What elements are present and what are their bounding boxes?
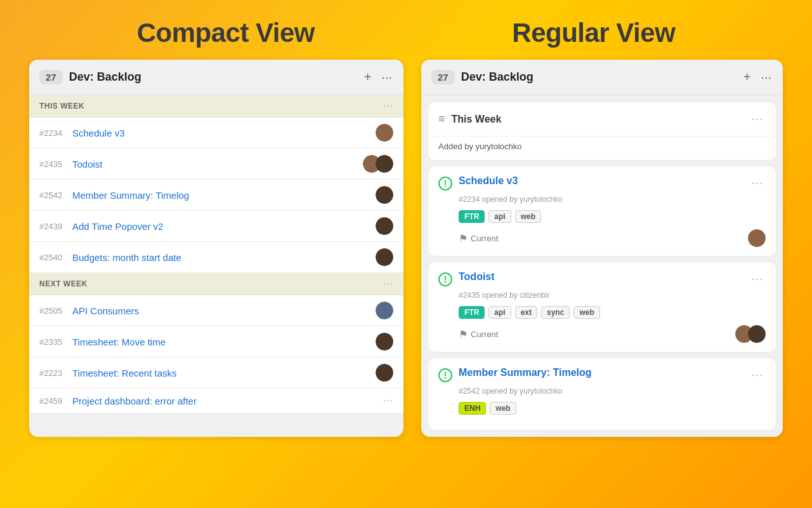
issue-2234-header: ! Schedule v3 ··· — [438, 175, 766, 191]
issue-2435-tags: FTR api ext sync web — [438, 306, 766, 319]
added-by-user: yurytolochko — [476, 142, 522, 151]
issue-2542-header: ! Member Summary: Timelog ··· — [438, 367, 766, 383]
regular-section-this-week-header: ≡ This Week ··· — [428, 102, 776, 137]
avatar-2335 — [376, 333, 393, 351]
milestone-icon-2435: ⚑ — [459, 328, 468, 340]
regular-panel-header: 27 Dev: Backlog + ··· — [421, 60, 783, 95]
issue-2542-meta: #2542 opened by yurytolochko — [438, 387, 766, 396]
compact-row-2459[interactable]: #2459 Project dashboard: error after ··· — [29, 389, 403, 413]
compact-section-this-week: THIS WEEK ··· — [29, 95, 403, 117]
issue-number-2540: #2540 — [39, 253, 66, 262]
tag-ftr: FTR — [459, 210, 485, 223]
regular-issue-2234: ! Schedule v3 ··· #2234 opened by yuryto… — [428, 166, 776, 257]
compact-row-2234[interactable]: #2234 Schedule v3 — [29, 117, 403, 149]
issue-number-2459: #2459 — [39, 396, 66, 406]
compact-row-2439[interactable]: #2439 Add Time Popover v2 — [29, 211, 403, 242]
tag-api: api — [488, 210, 511, 223]
issue-2234-footer: ⚑ Current — [438, 229, 766, 247]
compact-row-2435[interactable]: #2435 Todoist — [29, 149, 403, 180]
issue-2234-title: Schedule v3 — [459, 175, 743, 187]
issue-2542-more-button[interactable]: ··· — [749, 367, 766, 383]
issue-2435-footer: ⚑ Current — [438, 325, 766, 343]
avatar-2439 — [376, 217, 393, 235]
tag-ftr-2435: FTR — [459, 306, 485, 319]
section-added-by: Added by yurytolochko — [428, 137, 776, 160]
issue-2542-tags: ENH web — [438, 402, 766, 415]
issue-2542-status-icon: ! — [438, 368, 452, 382]
issue-2435-meta: #2435 opened by citizenblr — [438, 291, 766, 300]
milestone-label-2234: Current — [471, 234, 498, 243]
compact-section-next-week-more[interactable]: ··· — [383, 278, 393, 290]
compact-row-2459-more[interactable]: ··· — [383, 395, 393, 406]
tag-ext-2435: ext — [515, 306, 537, 319]
compact-more-button[interactable]: ··· — [380, 69, 393, 86]
tag-sync-2435: sync — [541, 306, 570, 319]
issue-2435-milestone: ⚑ Current — [459, 328, 498, 340]
issue-number-2542: #2542 — [39, 190, 66, 200]
compact-add-button[interactable]: + — [363, 69, 373, 86]
issue-2234-meta: #2234 opened by yurytolochko — [438, 195, 766, 204]
issue-2435-more-button[interactable]: ··· — [749, 271, 766, 287]
issue-2234-more-button[interactable]: ··· — [749, 175, 766, 191]
tag-enh-2542: ENH — [459, 402, 486, 415]
exclamation-icon-3: ! — [444, 370, 447, 380]
issue-2234-status-icon: ! — [438, 177, 452, 190]
exclamation-icon-2: ! — [444, 274, 447, 284]
avatar-2435 — [363, 155, 393, 173]
avatar-2505 — [376, 302, 393, 319]
regular-issue-count: 27 — [431, 70, 455, 84]
compact-section-this-week-label: THIS WEEK — [39, 102, 84, 110]
regular-section-this-week-card: ≡ This Week ··· Added by yurytolochko — [428, 102, 776, 161]
regular-issue-2542: ! Member Summary: Timelog ··· #2542 open… — [428, 358, 776, 431]
issue-2435-status-icon: ! — [438, 272, 452, 286]
issue-2234-milestone: ⚑ Current — [459, 232, 498, 244]
avatar-2435-regular — [735, 325, 766, 343]
regular-issue-2435: ! Todoist ··· #2435 opened by citizenblr… — [428, 262, 776, 352]
milestone-icon-2234: ⚑ — [459, 232, 468, 244]
section-list-icon: ≡ — [438, 112, 445, 126]
issue-title-2459: Project dashboard: error after — [72, 396, 377, 406]
milestone-label-2435: Current — [471, 330, 498, 339]
compact-section-next-week: NEXT WEEK ··· — [29, 273, 403, 295]
compact-row-2505[interactable]: #2505 API Consumers — [29, 295, 403, 326]
compact-panel: 27 Dev: Backlog + ··· THIS WEEK ··· #223… — [29, 60, 403, 437]
compact-issue-count: 27 — [39, 70, 63, 84]
added-by-label: Added by — [438, 142, 476, 151]
avatar-2234-regular — [748, 229, 766, 247]
compact-row-2542[interactable]: #2542 Member Summary: Timelog — [29, 180, 403, 211]
compact-row-2540[interactable]: #2540 Budgets: month start date — [29, 242, 403, 273]
regular-section-more-button[interactable]: ··· — [749, 111, 766, 127]
regular-view-title: Regular View — [512, 18, 675, 48]
issue-number-2439: #2439 — [39, 222, 66, 231]
issue-2542-title: Member Summary: Timelog — [459, 367, 743, 378]
issue-number-2435: #2435 — [39, 159, 66, 169]
tag-web: web — [515, 210, 541, 223]
issue-title-2435: Todoist — [72, 159, 357, 170]
regular-panel: 27 Dev: Backlog + ··· ≡ This Week ··· Ad… — [421, 60, 783, 437]
regular-more-button[interactable]: ··· — [759, 69, 773, 86]
compact-panel-header: 27 Dev: Backlog + ··· — [29, 60, 403, 95]
regular-add-button[interactable]: + — [742, 69, 752, 86]
compact-section-next-week-label: NEXT WEEK — [39, 279, 88, 288]
compact-panel-actions: + ··· — [363, 69, 393, 86]
issue-2435-header: ! Todoist ··· — [438, 271, 766, 287]
tag-web-2435: web — [573, 306, 599, 319]
issue-title-2335: Timesheet: Move time — [72, 337, 369, 347]
issue-title-2439: Add Time Popover v2 — [72, 221, 369, 232]
compact-view-title: Compact View — [137, 18, 315, 48]
issue-number-2234: #2234 — [39, 128, 66, 138]
compact-section-this-week-more[interactable]: ··· — [383, 100, 393, 112]
issue-number-2223: #2223 — [39, 368, 66, 378]
issue-2435-title: Todoist — [459, 271, 743, 283]
issue-title-2542: Member Summary: Timelog — [72, 190, 369, 201]
issue-number-2505: #2505 — [39, 306, 66, 316]
compact-row-2335[interactable]: #2335 Timesheet: Move time — [29, 326, 403, 358]
avatar-2223 — [376, 364, 393, 382]
issue-title-2540: Budgets: month start date — [72, 252, 369, 263]
issue-title-2505: API Consumers — [72, 305, 369, 316]
compact-row-2223[interactable]: #2223 Timesheet: Recent tasks — [29, 358, 403, 389]
issue-number-2335: #2335 — [39, 337, 66, 347]
tag-web-2542: web — [490, 402, 516, 415]
issue-title-2234: Schedule v3 — [72, 128, 369, 138]
compact-panel-title: Dev: Backlog — [69, 70, 363, 84]
